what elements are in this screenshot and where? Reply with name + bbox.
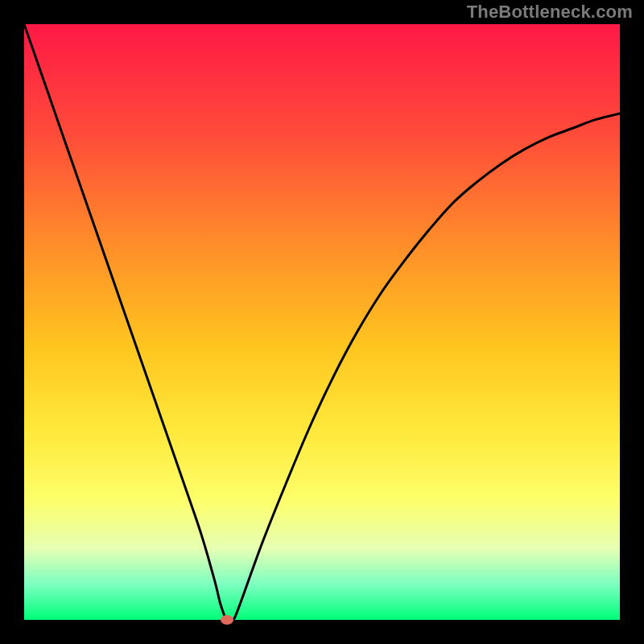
watermark-label: TheBottleneck.com	[467, 2, 633, 23]
chart-frame: TheBottleneck.com	[0, 0, 644, 644]
plot-area	[24, 24, 620, 620]
minimum-marker	[221, 615, 233, 625]
curve-layer	[24, 24, 620, 620]
bottleneck-curve	[24, 24, 620, 621]
